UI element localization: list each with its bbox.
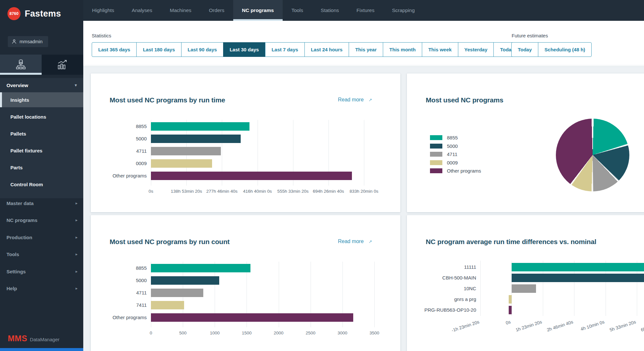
legend-item-0009: 0009 (430, 160, 481, 165)
bar-8855 (151, 264, 250, 272)
sidebar-item-help[interactable]: Help▸ (0, 281, 83, 296)
axis-tick-label: 500 (179, 331, 187, 335)
tab-analytics[interactable] (42, 55, 83, 75)
nav-tab-tools[interactable]: Tools (283, 0, 312, 21)
chevron-right-icon: ▸ (75, 201, 77, 205)
axis-tick-label: 2000 (274, 331, 284, 335)
filter-button-last-180-days[interactable]: Last 180 days (136, 42, 181, 57)
sidebar-item-settings[interactable]: Settings▸ (0, 264, 83, 279)
chart-gridline (480, 261, 481, 316)
legend-label: Other programs (447, 168, 481, 174)
tab-machine-data[interactable] (0, 55, 42, 75)
card-most-used-by-run-time: Most used NC programs by run time Read m… (91, 73, 400, 212)
menu-label: NC programs (7, 217, 37, 223)
sidebar-item-overview[interactable]: Overview ▾ (0, 78, 83, 92)
sidebar-item-pallet-locations[interactable]: Pallet locations (0, 109, 83, 124)
overview-menu-section: Overview ▾ InsightsPallet locationsPalle… (0, 78, 83, 198)
filter-button-scheduling-48-h[interactable]: Scheduling (48 h) (538, 42, 592, 57)
legend-swatch (430, 144, 442, 149)
sidebar-item-control-room[interactable]: Control Room (0, 177, 83, 192)
statistics-label: Statistics (92, 33, 111, 38)
axis-tick-label: 833h 20min 0s (350, 189, 379, 194)
sidebar-item-master-data[interactable]: Master data▸ (0, 196, 83, 211)
read-more-link[interactable]: Read more ↗ (338, 97, 372, 103)
bar-11111 (512, 263, 644, 271)
read-more-link[interactable]: Read more ↗ (338, 239, 372, 244)
top-navigation: HighlightsAnalysesMachinesOrdersNC progr… (83, 0, 644, 21)
bar-other-programs (151, 313, 353, 322)
legend-item-5000: 5000 (430, 144, 481, 149)
axis-tick-label: 416h 40min 0s (243, 189, 272, 194)
category-label: Other programs (113, 313, 147, 322)
card-run-time-differences: NC program average run time differences … (407, 215, 644, 351)
menu-label: Production (7, 235, 32, 240)
filter-bar: Statistics Last 365 daysLast 180 daysLas… (83, 21, 644, 67)
sidebar-item-pallet-fixtures[interactable]: Pallet fixtures (0, 143, 83, 158)
nav-tab-machines[interactable]: Machines (161, 0, 200, 21)
sidebar-item-pallets[interactable]: Pallets (0, 126, 83, 141)
category-label: 8855 (136, 264, 147, 272)
run-time-bar-chart: 0s138h 53min 20s277h 46min 40s416h 40min… (151, 120, 364, 186)
category-label: CBH-500-MAIN (442, 274, 476, 282)
datamanager-logo-text: DataManager (30, 337, 60, 342)
category-label: 0009 (136, 159, 147, 168)
menu-label: Settings (7, 269, 26, 274)
sidebar-item-insights[interactable]: Insights (0, 92, 83, 107)
axis-tick-label: 3500 (369, 331, 379, 335)
nav-tab-nc-programs[interactable]: NC programs (233, 0, 283, 21)
filter-button-last-24-hours[interactable]: Last 24 hours (304, 42, 349, 57)
read-more-label: Read more (338, 239, 364, 244)
bar-5000 (151, 135, 241, 143)
nav-tab-stations[interactable]: Stations (312, 0, 348, 21)
pie-legend: 8855500047110009Other programs (430, 135, 481, 177)
menu-label: Tools (7, 252, 19, 257)
nav-tab-scrapping[interactable]: Scrapping (383, 0, 423, 21)
run-time-diff-bar-chart: -1h 23min 20s0s1h 23min 20s2h 46min 40s4… (480, 261, 644, 316)
legend-swatch (430, 168, 442, 173)
logo-text: Fastems (25, 9, 61, 19)
filter-button-last-90-days[interactable]: Last 90 days (181, 42, 223, 57)
sidebar-item-tools[interactable]: Tools▸ (0, 247, 83, 262)
bar-4711 (151, 289, 203, 297)
sidebar-item-parts[interactable]: Parts (0, 160, 83, 175)
filter-button-last-30-days[interactable]: Last 30 days (223, 42, 265, 57)
category-label: 7411 (136, 301, 147, 309)
axis-tick-label: 3000 (338, 331, 347, 335)
axis-tick-label: 694h 26min 40s (313, 189, 344, 194)
filter-button-this-month[interactable]: This month (383, 42, 422, 57)
filter-button-this-year[interactable]: This year (349, 42, 383, 57)
legend-swatch (430, 135, 442, 140)
nav-tab-highlights[interactable]: Highlights (83, 0, 123, 21)
axis-tick-label: 2500 (306, 331, 315, 335)
axis-tick-label: 0 (150, 331, 152, 335)
card-title: NC program average run time differences … (426, 238, 596, 246)
filter-button-last-365-days[interactable]: Last 365 days (92, 42, 137, 57)
logo-8760-badge: 8760 (7, 7, 20, 20)
external-link-icon: ↗ (369, 98, 372, 102)
user-menu-button[interactable]: mmsadmin (8, 36, 48, 47)
axis-tick-label: 138h 53min 20s (171, 189, 202, 194)
legend-item-4711: 4711 (430, 152, 481, 157)
legend-item-other-programs: Other programs (430, 168, 481, 173)
menu-label: Master data (7, 201, 34, 206)
bar-other-programs (151, 172, 352, 180)
nav-tab-orders[interactable]: Orders (200, 0, 233, 21)
sidebar-item-production[interactable]: Production▸ (0, 230, 83, 245)
category-label: 4711 (136, 147, 147, 155)
filter-button-yesterday[interactable]: Yesterday (458, 42, 494, 57)
filter-button-last-7-days[interactable]: Last 7 days (265, 42, 305, 57)
nav-tab-fixtures[interactable]: Fixtures (348, 0, 383, 21)
filter-button-this-week[interactable]: This week (422, 42, 458, 57)
product-logo: MMS DataManager (8, 334, 60, 343)
run-count-bar-chart: 0500100015002000250030003500885550004711… (151, 262, 374, 327)
future-estimates-label: Future estimates (512, 33, 548, 38)
legend-label: 0009 (447, 160, 458, 165)
bar-0009 (151, 159, 212, 168)
chart-gridline (374, 262, 375, 327)
sidebar-item-nc-programs[interactable]: NC programs▸ (0, 213, 83, 228)
app-root: 8760 Fastems mmsadmin (0, 0, 644, 351)
nav-tab-analyses[interactable]: Analyses (123, 0, 161, 21)
filter-button-today[interactable]: Today (511, 42, 538, 57)
card-title: Most used NC programs by run count (110, 238, 230, 246)
chevron-right-icon: ▸ (75, 218, 77, 222)
